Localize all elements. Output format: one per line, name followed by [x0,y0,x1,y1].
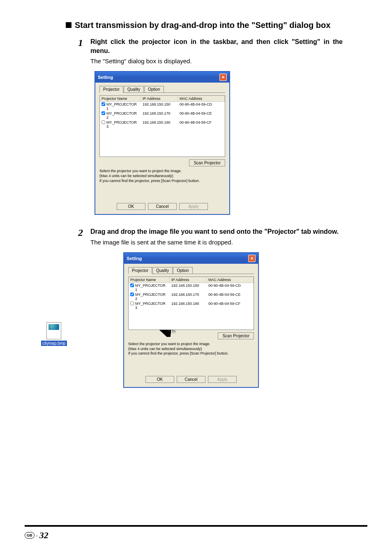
row-mac: 00-90-4B-04-59-CD [207,283,254,292]
row-name: MY_PROJECTOR 3 [105,120,141,129]
row-ip: 192.168.150.170 [141,111,178,120]
col-projector-name: Projector Name [129,277,170,283]
list-row[interactable]: MY_PROJECTOR 3 192.168.150.190 00-90-4B-… [129,301,254,310]
info-line-2: (Max 4 units can be selected simultaneou… [99,174,225,179]
step-sub: The "Setting" dialog box is displayed. [90,57,343,65]
footer-dash: - [36,532,38,539]
step-instruction: Right click the projector icon in the ta… [90,37,343,55]
tab-quality[interactable]: Quality [152,267,173,274]
file-label: citymap.bmp [41,341,67,346]
section-heading: Start transmission by drag-and-drop into… [66,21,367,30]
row-mac: 00-90-4B-04-59-CE [207,293,254,301]
row-ip: 192.168.150.150 [141,102,178,111]
page-footer: GB - 32 [25,525,367,541]
col-mac-address: MAC Address [207,277,254,283]
col-projector-name: Projector Name [100,96,141,101]
row-ip: 192.168.150.190 [170,302,207,310]
page-number: 32 [39,530,48,541]
list-row[interactable]: MY_PROJECTOR 1 192.168.150.150 00-90-4B-… [100,102,225,111]
row-name: MY_PROJECTOR 1 [134,283,170,292]
info-line-3: If you cannot find the projector, press … [128,351,254,356]
list-header: Projector Name IP Address MAC Address [100,96,225,102]
row-name: MY_PROJECTOR 2 [105,111,141,120]
file-icon [46,322,61,339]
row-mac: 00-90-4B-04-59-CF [178,120,225,129]
scan-projector-button[interactable]: Scan Projector [218,332,254,339]
info-line-2: (Max 4 units can be selected simultaneou… [128,347,254,352]
close-icon[interactable]: × [219,74,227,81]
ok-button[interactable]: OK [117,203,145,210]
dialog-title: Setting [98,75,113,80]
dialog-info: Select the projector you want to project… [128,342,254,356]
cancel-button[interactable]: Cancel [148,203,177,210]
list-row[interactable]: MY_PROJECTOR 1 192.168.150.150 00-90-4B-… [129,283,254,292]
setting-dialog: Setting × ↖⎘ Projector Quality Option [123,252,259,388]
projector-list[interactable]: Projector Name IP Address MAC Address MY… [128,276,254,330]
row-ip: 192.168.150.190 [141,120,178,129]
row-ip: 192.168.150.150 [170,283,207,292]
footer-bar [25,525,367,527]
step-1: 1 Right click the projector icon in the … [78,37,343,65]
row-mac: 00-90-4B-04-59-CE [178,111,225,120]
ok-button[interactable]: OK [145,376,174,383]
apply-button: Apply [179,203,208,210]
step-sub: The image file is sent at the same time … [90,238,343,247]
dialog-titlebar: Setting × [95,72,229,83]
col-ip-address: IP Address [141,96,178,101]
dialog-info: Select the projector you want to project… [99,169,225,183]
row-ip: 192.168.150.170 [170,293,207,301]
info-line-3: If you cannot find the projector, press … [99,179,225,184]
projector-list[interactable]: Projector Name IP Address MAC Address MY… [99,95,225,157]
col-ip-address: IP Address [170,277,207,283]
step-number: 2 [78,227,90,247]
col-mac-address: MAC Address [178,96,225,101]
row-name: MY_PROJECTOR 2 [134,293,170,301]
step-instruction: Drag and drop the image file you want to… [90,227,343,236]
dialog-titlebar: Setting × [124,253,258,264]
dialog-screenshot-1: Setting × Projector Quality Option Proje… [95,71,367,215]
tab-option[interactable]: Option [144,86,164,92]
row-name: MY_PROJECTOR 3 [134,302,170,310]
tab-option[interactable]: Option [173,267,192,274]
row-name: MY_PROJECTOR 1 [105,102,141,111]
gb-badge: GB [25,532,35,539]
list-header: Projector Name IP Address MAC Address [129,277,254,283]
list-row[interactable]: MY_PROJECTOR 3 192.168.150.190 00-90-4B-… [100,120,225,129]
row-mac: 00-90-4B-04-59-CF [207,302,254,310]
list-row[interactable]: MY_PROJECTOR 2 192.168.150.170 00-90-4B-… [100,111,225,120]
step-number: 1 [78,37,90,65]
apply-button: Apply [208,376,237,383]
setting-dialog: Setting × Projector Quality Option Proje… [95,71,230,215]
tab-projector[interactable]: Projector [99,86,123,93]
dialog-tabs: Projector Quality Option [128,267,254,274]
dialog-title: Setting [127,256,142,261]
info-line-1: Select the projector you want to project… [128,342,254,347]
scan-projector-button[interactable]: Scan Projector [189,159,225,166]
row-mac: 00-90-4B-04-59-CD [178,102,225,111]
dragged-file[interactable]: citymap.bmp [41,322,67,346]
tab-projector[interactable]: Projector [128,267,152,274]
cancel-button[interactable]: Cancel [177,376,205,383]
tab-quality[interactable]: Quality [124,86,144,92]
dialog-tabs: Projector Quality Option [99,86,225,93]
section-title-text: Start transmission by drag-and-drop into… [75,21,330,30]
info-line-1: Select the projector you want to project… [99,169,225,174]
bullet-square-icon [66,22,71,28]
dialog-screenshot-2: citymap.bmp Setting × ↖⎘ Projector Quali… [123,252,367,388]
list-row[interactable]: MY_PROJECTOR 2 192.168.150.170 00-90-4B-… [129,292,254,301]
step-2: 2 Drag and drop the image file you want … [78,227,343,247]
close-icon[interactable]: × [248,255,256,262]
